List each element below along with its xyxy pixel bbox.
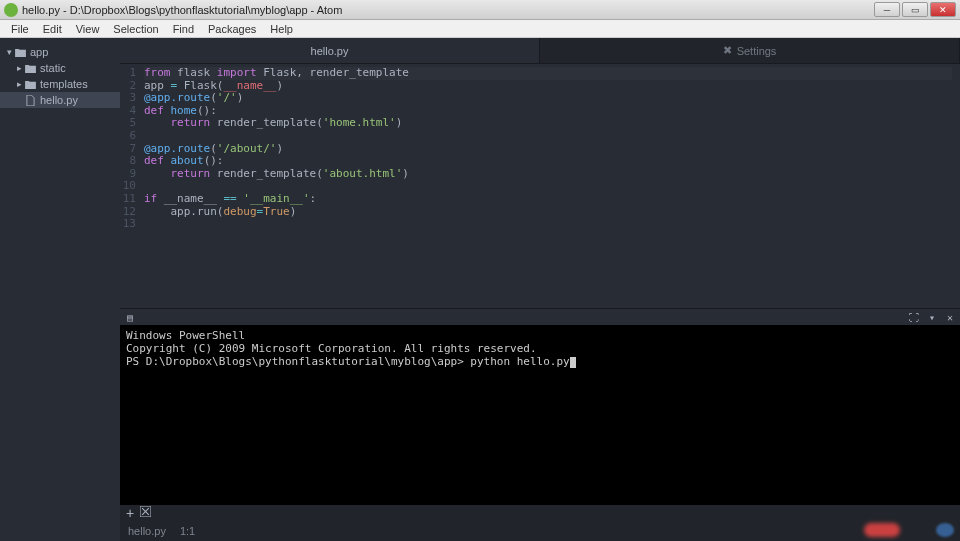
- window-titlebar: hello.py - D:\Dropbox\Blogs\pythonflaskt…: [0, 0, 960, 20]
- line-number: 11: [120, 193, 136, 206]
- line-number: 1: [120, 67, 136, 80]
- status-cursor-pos[interactable]: 1:1: [180, 525, 195, 537]
- line-number: 6: [120, 130, 136, 143]
- tab-hello-py[interactable]: hello.py: [120, 38, 540, 63]
- window-controls: ─ ▭ ✕: [874, 2, 956, 17]
- status-bar: hello.py 1:1: [120, 521, 960, 541]
- tree-item-templates[interactable]: ▸templates: [0, 76, 120, 92]
- tree-label: hello.py: [40, 94, 78, 106]
- tab-label: hello.py: [311, 45, 349, 57]
- terminal-close-icon[interactable]: ✕: [944, 311, 956, 323]
- line-number: 13: [120, 218, 136, 231]
- folder-icon: [24, 79, 36, 89]
- terminal-tabbar: +: [120, 505, 960, 521]
- terminal-menu-icon[interactable]: ▤: [124, 311, 136, 323]
- tab-settings[interactable]: ✖Settings: [540, 38, 960, 63]
- code-line[interactable]: return render_template('home.html'): [144, 117, 960, 130]
- window-title: hello.py - D:\Dropbox\Blogs\pythonflaskt…: [22, 4, 874, 16]
- menubar: FileEditViewSelectionFindPackagesHelp: [0, 20, 960, 38]
- tab-label: Settings: [737, 45, 777, 57]
- menu-help[interactable]: Help: [263, 21, 300, 37]
- terminal-collapse-icon[interactable]: ▾: [926, 311, 938, 323]
- file-tree: ▾ app ▸static▸templateshello.py: [0, 38, 120, 541]
- code-line[interactable]: return render_template('about.html'): [144, 168, 960, 181]
- chevron-right-icon: ▸: [14, 79, 24, 89]
- code-line[interactable]: [144, 218, 960, 231]
- status-file[interactable]: hello.py: [128, 525, 166, 537]
- gear-icon: ✖: [723, 44, 732, 57]
- folder-icon: [14, 47, 26, 57]
- maximize-button[interactable]: ▭: [902, 2, 928, 17]
- chevron-right-icon: ▸: [14, 63, 24, 73]
- folder-icon: [24, 63, 36, 73]
- new-terminal-icon[interactable]: +: [126, 508, 134, 518]
- tree-item-hello-py[interactable]: hello.py: [0, 92, 120, 108]
- terminal-cursor: [570, 357, 576, 368]
- menu-find[interactable]: Find: [166, 21, 201, 37]
- tree-item-static[interactable]: ▸static: [0, 60, 120, 76]
- file-icon: [24, 95, 36, 105]
- code-line[interactable]: app = Flask(__name__): [144, 80, 960, 93]
- tree-label: templates: [40, 78, 88, 90]
- code-line[interactable]: app.run(debug=True): [144, 206, 960, 219]
- code-line[interactable]: @app.route('/about/'): [144, 143, 960, 156]
- tree-root[interactable]: ▾ app: [0, 44, 120, 60]
- menu-edit[interactable]: Edit: [36, 21, 69, 37]
- line-number: 3: [120, 92, 136, 105]
- code-editor[interactable]: 12345678910111213 from flask import Flas…: [120, 64, 960, 308]
- terminal-fullscreen-icon[interactable]: ⛶: [908, 311, 920, 323]
- tab-bar: hello.py✖Settings: [120, 38, 960, 64]
- notification-badge[interactable]: [864, 523, 900, 537]
- tree-label: static: [40, 62, 66, 74]
- menu-file[interactable]: File: [4, 21, 36, 37]
- terminal-panel: ▤ ⛶ ▾ ✕ Windows PowerShellCopyright (C) …: [120, 308, 960, 505]
- line-number: 8: [120, 155, 136, 168]
- code-line[interactable]: def about():: [144, 155, 960, 168]
- terminal-line: Copyright (C) 2009 Microsoft Corporation…: [126, 342, 954, 355]
- terminal-body[interactable]: Windows PowerShellCopyright (C) 2009 Mic…: [120, 325, 960, 505]
- code-line[interactable]: @app.route('/'): [144, 92, 960, 105]
- menu-packages[interactable]: Packages: [201, 21, 263, 37]
- terminal-x-icon[interactable]: [140, 506, 151, 520]
- close-button[interactable]: ✕: [930, 2, 956, 17]
- menu-selection[interactable]: Selection: [106, 21, 165, 37]
- minimize-button[interactable]: ─: [874, 2, 900, 17]
- line-gutter: 12345678910111213: [120, 64, 144, 308]
- notification-icon[interactable]: [936, 523, 954, 537]
- tree-root-label: app: [30, 46, 48, 58]
- terminal-line: PS D:\Dropbox\Blogs\pythonflasktutorial\…: [126, 355, 954, 368]
- terminal-toolbar: ▤ ⛶ ▾ ✕: [120, 309, 960, 325]
- terminal-line: Windows PowerShell: [126, 329, 954, 342]
- main-area: ▾ app ▸static▸templateshello.py hello.py…: [0, 38, 960, 541]
- menu-view[interactable]: View: [69, 21, 107, 37]
- editor-area: hello.py✖Settings 12345678910111213 from…: [120, 38, 960, 541]
- code-area[interactable]: from flask import Flask, render_template…: [144, 64, 960, 308]
- chevron-down-icon: ▾: [4, 47, 14, 57]
- atom-icon: [4, 3, 18, 17]
